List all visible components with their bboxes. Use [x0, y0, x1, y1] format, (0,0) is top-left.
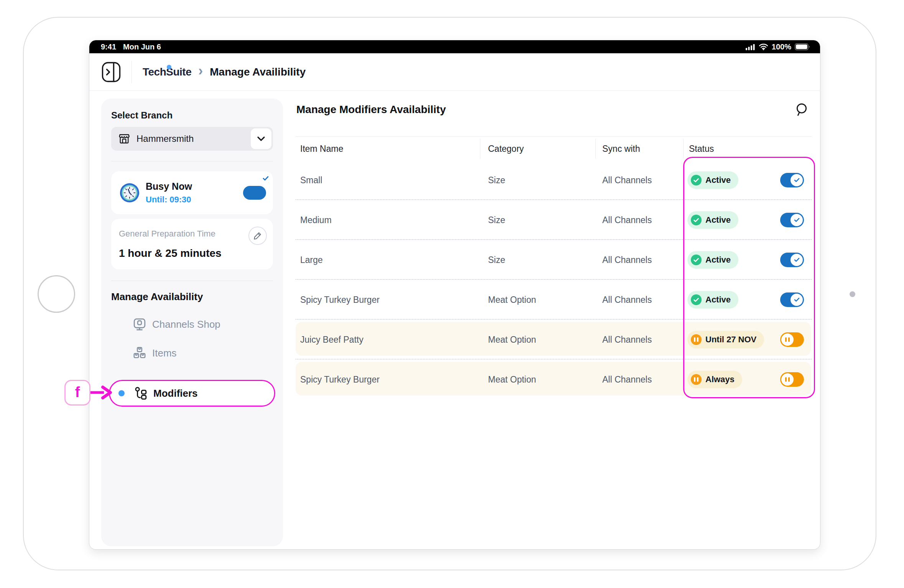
cell-category: Size — [488, 215, 505, 225]
table-body: Small Size All Channels Active Medium Si… — [296, 160, 812, 399]
column-divider — [683, 139, 684, 159]
busy-until-label: Until: 09:30 — [146, 195, 192, 205]
cell-category: Meat Option — [488, 335, 536, 345]
check-circle-icon — [691, 294, 702, 305]
table-row: Spicy Turkey Burger Meat Option All Chan… — [296, 280, 812, 320]
battery-percent: 100% — [772, 43, 791, 51]
status-bar: 9:41 Mon Jun 6 100% — [89, 40, 820, 53]
column-header-sync-with: Sync with — [602, 143, 640, 154]
modifiers-icon — [134, 386, 148, 400]
pause-circle-icon — [691, 334, 702, 345]
check-circle-icon — [691, 215, 702, 225]
busy-now-card: Busy Now Until: 09:30 — [111, 171, 273, 214]
wifi-icon — [759, 43, 768, 50]
busy-now-toggle[interactable] — [243, 186, 266, 200]
branch-dropdown-chevron[interactable] — [251, 128, 271, 149]
chevron-down-icon — [257, 136, 265, 141]
battery-icon — [795, 43, 810, 50]
breadcrumb-chevron-icon: › — [198, 64, 203, 80]
row-toggle[interactable] — [780, 173, 804, 187]
store-icon — [118, 133, 130, 145]
cell-item-name: Medium — [300, 215, 332, 225]
status-time: 9:41 — [101, 43, 116, 51]
brand-logo: TechSuite — [143, 66, 191, 78]
row-toggle[interactable] — [780, 213, 804, 227]
table-row: Medium Size All Channels Active — [296, 200, 812, 240]
search-icon — [795, 103, 809, 117]
check-circle-icon — [691, 175, 702, 186]
check-circle-icon — [691, 255, 702, 265]
cell-category: Size — [488, 175, 505, 186]
sidebar-item-label: Channels Shop — [152, 319, 220, 330]
check-icon — [794, 297, 800, 302]
pause-icon — [785, 337, 790, 342]
status-label: Active — [705, 255, 731, 265]
edit-prep-time-button[interactable] — [248, 227, 267, 245]
check-icon — [263, 176, 269, 181]
column-header-item-name: Item Name — [300, 143, 343, 154]
tablet-camera-ring — [38, 275, 75, 313]
annotation-f-label: f — [75, 385, 80, 401]
cell-item-name: Large — [300, 255, 323, 265]
check-icon — [794, 218, 800, 222]
status-label: Active — [705, 215, 731, 225]
sidebar-item-channels-shop[interactable]: Channels Shop — [111, 313, 273, 336]
status-badge: Active — [687, 211, 738, 229]
status-label: Until 27 NOV — [705, 335, 756, 345]
table-row: Juicy Beef Patty Meat Option All Channel… — [296, 320, 812, 360]
header-divider — [131, 61, 132, 83]
app-header: TechSuite › Manage Availibility — [89, 53, 820, 91]
cell-category: Meat Option — [488, 295, 536, 305]
status-badge: Until 27 NOV — [687, 331, 764, 348]
sidebar-toggle-button[interactable] — [102, 62, 121, 82]
branch-dropdown[interactable]: Hammersmith — [111, 127, 273, 151]
search-button[interactable] — [794, 103, 809, 117]
page-title: Manage Modifiers Availability — [296, 103, 446, 116]
annotation-arrow — [90, 384, 113, 401]
cell-sync-with: All Channels — [602, 215, 652, 225]
row-toggle[interactable] — [780, 332, 804, 347]
cell-sync-with: All Channels — [602, 374, 652, 385]
cell-sync-with: All Channels — [602, 295, 652, 305]
status-badge: Always — [687, 371, 742, 388]
table-header: Item Name Category Sync with Status — [296, 136, 812, 160]
pause-icon — [785, 377, 790, 382]
column-divider — [480, 139, 480, 159]
table-row: Large Size All Channels Active — [296, 240, 812, 280]
cell-category: Meat Option — [488, 374, 536, 385]
brand-accent-dot — [167, 65, 171, 69]
busy-now-label: Busy Now — [146, 181, 192, 192]
prep-time-label: General Preparation Time — [119, 229, 265, 239]
cell-item-name: Spicy Turkey Burger — [300, 374, 380, 385]
column-header-status: Status — [689, 143, 714, 154]
sidebar-item-items[interactable]: Items — [111, 342, 273, 365]
row-toggle[interactable] — [780, 372, 804, 387]
status-label: Active — [705, 175, 731, 185]
branch-name: Hammersmith — [136, 133, 194, 144]
pencil-icon — [253, 232, 262, 240]
active-indicator-dot — [118, 390, 125, 396]
cell-item-name: Small — [300, 175, 322, 186]
cell-sync-with: All Channels — [602, 335, 652, 345]
select-branch-label: Select Branch — [111, 110, 173, 121]
status-badge: Active — [687, 291, 738, 309]
sidebar-divider — [111, 281, 273, 281]
status-badge: Active — [687, 171, 738, 189]
clock-icon — [119, 182, 140, 204]
row-toggle[interactable] — [780, 292, 804, 307]
check-icon — [794, 178, 800, 182]
check-icon — [794, 258, 800, 262]
main-content: Manage Modifiers Availability Item Name … — [296, 99, 814, 482]
sidebar-section-title: Manage Availability — [111, 291, 203, 303]
prep-time-value: 1 hour & 25 minutes — [119, 247, 265, 260]
sidebar-item-modifiers[interactable]: Modifiers — [109, 380, 275, 407]
prep-time-card: General Preparation Time 1 hour & 25 min… — [111, 219, 273, 269]
status-badge: Active — [687, 251, 738, 269]
annotation-f-box: f — [64, 380, 90, 406]
column-header-category: Category — [488, 143, 524, 154]
cell-item-name: Spicy Turkey Burger — [300, 295, 380, 305]
cell-category: Size — [488, 255, 505, 265]
status-label: Always — [705, 374, 735, 384]
breadcrumb: Manage Availibility — [210, 66, 306, 78]
row-toggle[interactable] — [780, 253, 804, 267]
